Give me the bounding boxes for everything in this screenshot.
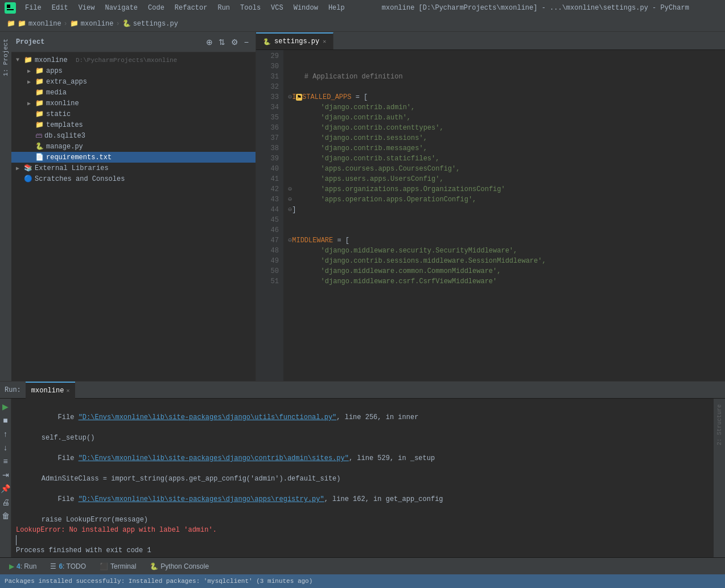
python-console-label: Python Console [160,562,209,570]
tree-item-label: extra_apps [46,78,87,86]
code-line-50: 'django.middleware.common.CommonMiddlewa… [288,266,720,276]
run-scroll-up-button[interactable]: ↑ [2,428,9,440]
tree-item-apps[interactable]: ▶ 📁 apps [11,65,256,76]
menu-help[interactable]: Help [324,3,349,13]
tab-mxonline-close-icon[interactable]: ✕ [66,387,69,394]
code-line-40: 'apps.courses.apps.CoursesConfig', [288,164,720,174]
code-line-37: 'django.contrib.sessions', [288,133,720,143]
sidebar-tree: ▼ 📁 mxonline D:\PycharmProjects\mxonline… [11,52,256,381]
run-wrap-button[interactable]: ≡ [2,456,9,467]
tree-item-external-libraries[interactable]: ▶ 📚 External Libraries [11,163,256,173]
tree-item-mxonline-root[interactable]: ▼ 📁 mxonline D:\PycharmProjects\mxonline [11,55,256,65]
code-editor: 29 30 31 32 33 34 35 36 37 38 39 40 41 4… [256,50,725,381]
run-pin-button[interactable]: 📌 [0,483,11,494]
line-num-49: 49 [261,256,279,266]
db-icon: 🗃 [35,131,42,140]
line-num-44: 44 [261,205,279,215]
tree-item-label: External Libraries [35,164,109,172]
tree-item-scratches[interactable]: ▶ 🔵 Scratches and Consoles [11,173,256,184]
sidebar-minimize-button[interactable]: − [242,36,251,48]
sidebar-title: Project [16,38,201,46]
python-icon: 🐍 [150,562,158,570]
code-line-34: 'django.contrib.admin', [288,102,720,113]
tree-item-label: mxonline D:\PycharmProjects\mxonline [35,56,177,64]
code-content[interactable]: # Application definition ⊖I⚑STALLED_APPS… [283,50,725,381]
breadcrumb-sep1: › [64,20,68,28]
menu-refactor[interactable]: Refactor [170,3,212,13]
run-stop-button[interactable]: ■ [2,415,9,426]
sidebar-add-button[interactable]: ⊕ [204,36,215,48]
menu-tools[interactable]: Tools [236,3,265,13]
code-line-29 [288,51,720,61]
tree-item-label: manage.py [46,143,83,151]
todo-6-button[interactable]: ☰ 6: TODO [46,561,90,572]
breadcrumb-file: 🐍 settings.py [122,19,178,28]
run-output-line-4: AdminSiteClass = import_string(apps.get_… [16,474,720,484]
tree-item-label: static [46,110,71,118]
tab-settings-py[interactable]: 🐍 settings.py ✕ [256,32,333,49]
tree-item-extra-apps[interactable]: ▶ 📁 extra_apps [11,76,256,87]
library-icon: 📚 [24,164,32,172]
menu-navigate[interactable]: Navigate [100,3,142,13]
tree-item-label: Scratches and Consoles [35,175,125,183]
code-line-46 [288,225,720,235]
run-4-button[interactable]: ▶ 4: Run [5,561,41,572]
tree-item-manage-py[interactable]: ▶ 🐍 manage.py [11,141,256,152]
python-console-button[interactable]: 🐍 Python Console [145,561,213,572]
line-num-32: 32 [261,82,279,92]
code-line-42: ⊖ 'apps.organizations.apps.Organizations… [288,184,720,194]
tree-item-media[interactable]: ▶ 📁 media [11,87,256,98]
run-trash-button[interactable]: 🗑 [1,510,11,521]
tree-item-db-sqlite3[interactable]: ▶ 🗃 db.sqlite3 [11,130,256,141]
terminal-icon: ⬛ [100,562,108,570]
tree-item-mxonline-inner[interactable]: ▶ 📁 mxonline [11,98,256,109]
code-line-41: 'apps.users.apps.UsersConfig', [288,174,720,184]
run-link-3[interactable]: "D:\Envs\mxonline\lib\site-packages\djan… [79,495,324,503]
menu-window[interactable]: Window [289,3,323,13]
tab-mxonline[interactable]: mxonline ✕ [26,382,76,399]
bottom-toolbar: ▶ 4: Run ☰ 6: TODO ⬛ Terminal 🐍 Python C… [0,557,725,574]
sidebar-settings-button[interactable]: ⚙ [229,36,241,48]
menu-edit[interactable]: Edit [47,3,73,13]
folder-icon: 📁 [35,77,44,86]
menu-code[interactable]: Code [143,3,169,13]
tree-item-label: db.sqlite3 [44,132,85,140]
txt-icon: 📄 [35,153,44,162]
code-line-43: ⊖ 'apps.operation.apps.OperationConfig', [288,194,720,205]
run-print-button[interactable]: 🖨 [1,496,11,508]
tree-item-static[interactable]: ▶ 📁 static [11,109,256,119]
line-num-30: 30 [261,61,279,72]
menu-view[interactable]: View [74,3,100,13]
terminal-button[interactable]: ⬛ Terminal [95,561,141,572]
run-format-button[interactable]: ⇥ [1,469,10,481]
status-message: Packages installed successfully: Install… [5,578,312,585]
menu-vcs[interactable]: VCS [266,3,288,13]
tree-item-requirements-txt[interactable]: ▶ 📄 requirements.txt [11,152,256,163]
run-output[interactable]: File "D:\Envs\mxonline\lib\site-packages… [11,399,725,557]
tree-item-label: apps [46,67,63,75]
line-num-31: 31 [261,72,279,82]
sidebar-actions: ⊕ ⇅ ⚙ − [204,36,251,48]
sidebar-filter-button[interactable]: ⇅ [216,36,228,48]
tab-close-icon[interactable]: ✕ [323,38,326,45]
folder-icon: 📁 [35,88,44,97]
scratch-icon: 🔵 [24,175,32,183]
run-link-1[interactable]: "D:\Envs\mxonline\lib\site-packages\djan… [79,413,337,421]
run-right-strip: 2: Structure [714,399,725,557]
sidebar-header: Project ⊕ ⇅ ⚙ − [11,32,256,52]
run-scroll-down-button[interactable]: ↓ [2,442,9,453]
tree-item-label: mxonline [46,100,79,107]
code-line-35: 'django.contrib.auth', [288,113,720,123]
project-panel-label[interactable]: 1: Project [1,34,10,81]
editor-area: 🐍 settings.py ✕ 29 30 31 32 33 34 35 36 … [256,32,725,381]
menu-run[interactable]: Run [213,3,234,13]
tree-item-templates[interactable]: ▶ 📁 templates [11,119,256,130]
run-play-button[interactable]: ▶ [1,401,10,412]
run-content-area: ▶ ■ ↑ ↓ ≡ ⇥ 📌 🖨 🗑 File "D:\Envs\mxonline… [0,399,725,557]
run-link-2[interactable]: "D:\Envs\mxonline\lib\site-packages\djan… [79,454,349,462]
breadcrumb-sep2: › [116,20,120,28]
code-line-47: ⊖MIDDLEWARE = [ [288,235,720,246]
menu-file[interactable]: File [20,3,46,13]
line-num-40: 40 [261,164,279,174]
line-num-41: 41 [261,174,279,184]
